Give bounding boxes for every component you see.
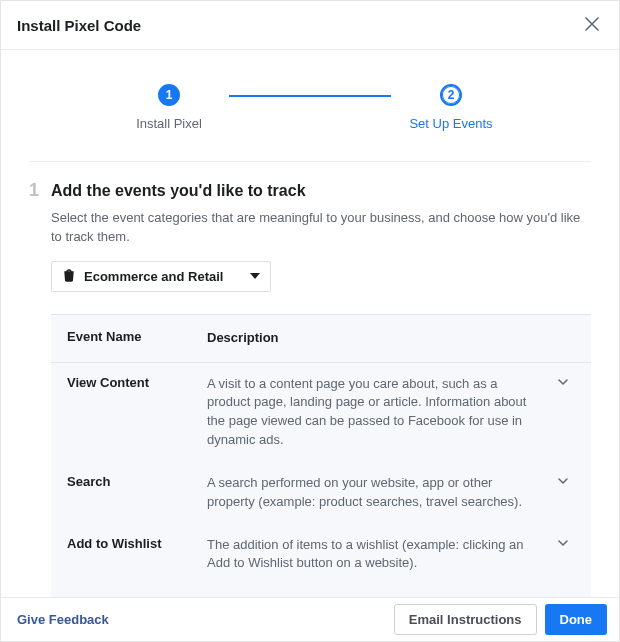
event-description: A search performed on your website, app … <box>207 474 551 512</box>
dialog-title: Install Pixel Code <box>17 17 141 34</box>
dialog-footer: Give Feedback Email Instructions Done <box>1 597 619 641</box>
progress-stepper: 1 Install Pixel 2 Set Up Events <box>29 84 591 162</box>
shopping-bag-icon <box>62 268 76 285</box>
give-feedback-link[interactable]: Give Feedback <box>17 612 109 627</box>
section-heading: 1 Add the events you'd like to track <box>29 180 591 201</box>
event-description: A visit to a content page you care about… <box>207 375 551 450</box>
event-name: Add to Wishlist <box>67 536 207 574</box>
step-label-2: Set Up Events <box>409 116 492 131</box>
event-row: View ContentA visit to a content page yo… <box>51 363 591 462</box>
email-instructions-button[interactable]: Email Instructions <box>394 604 537 635</box>
step-install-pixel[interactable]: 1 Install Pixel <box>109 84 229 131</box>
header-event-name: Event Name <box>67 329 207 348</box>
event-row: Add to WishlistThe addition of items to … <box>51 524 591 586</box>
header-description: Description <box>207 329 551 348</box>
events-table-header: Event Name Description <box>51 315 591 363</box>
step-circle-1: 1 <box>158 84 180 106</box>
expand-chevron-icon[interactable] <box>556 536 570 553</box>
done-button[interactable]: Done <box>545 604 608 635</box>
event-name: View Content <box>67 375 207 450</box>
event-row: SearchA search performed on your website… <box>51 462 591 524</box>
category-dropdown[interactable]: Ecommerce and Retail <box>51 261 271 292</box>
step-set-up-events[interactable]: 2 Set Up Events <box>391 84 511 131</box>
close-button[interactable] <box>581 14 603 36</box>
section-description: Select the event categories that are mea… <box>51 209 591 247</box>
section-title: Add the events you'd like to track <box>51 182 306 200</box>
chevron-down-icon <box>250 273 260 279</box>
category-selected-label: Ecommerce and Retail <box>84 269 223 284</box>
events-table: Event Name Description View ContentA vis… <box>51 314 591 597</box>
dialog-header: Install Pixel Code <box>1 1 619 50</box>
expand-chevron-icon[interactable] <box>556 375 570 392</box>
expand-chevron-icon[interactable] <box>556 474 570 491</box>
section-number: 1 <box>29 180 51 201</box>
step-circle-2: 2 <box>440 84 462 106</box>
close-icon <box>585 17 599 31</box>
event-row: Add to CartThe addition of an item to a … <box>51 585 591 597</box>
step-label-1: Install Pixel <box>136 116 202 131</box>
event-name: Search <box>67 474 207 512</box>
dialog-body: 1 Install Pixel 2 Set Up Events 1 Add th… <box>1 50 619 597</box>
step-connector <box>229 95 391 97</box>
event-description: The addition of items to a wishlist (exa… <box>207 536 551 574</box>
